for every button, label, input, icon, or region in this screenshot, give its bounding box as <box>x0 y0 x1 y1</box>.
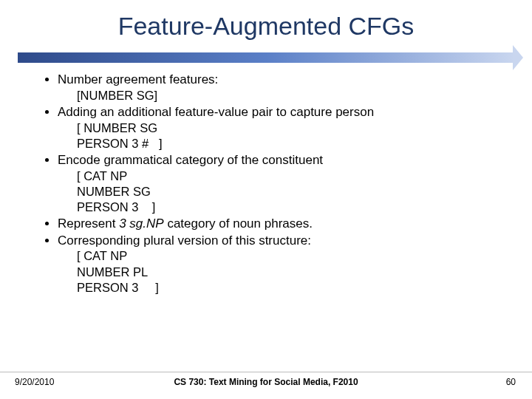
bullet-item: Adding an additional feature-value pair … <box>58 104 502 151</box>
bullet-text: Adding an additional feature-value pair … <box>58 105 374 119</box>
sub-line: [ NUMBER SG <box>77 120 502 136</box>
sub-block: [ CAT NP NUMBER PL PERSON 3 ] <box>58 248 502 295</box>
footer-divider <box>0 372 532 372</box>
sub-block: [NUMBER SG] <box>58 88 502 103</box>
sub-line: NUMBER PL <box>77 265 502 280</box>
sub-line: [NUMBER SG] <box>77 88 502 103</box>
page-title: Feature-Augmented CFGs <box>0 0 532 48</box>
bullet-list: Number agreement features: [NUMBER SG] A… <box>44 72 502 296</box>
bullet-text-post: category of noun phrases. <box>164 216 313 231</box>
sub-line: NUMBER SG <box>77 184 502 200</box>
bullet-item: Encode grammatical category of the const… <box>58 152 502 215</box>
sub-line: [ CAT NP <box>77 248 502 264</box>
bullet-text: Encode grammatical category of the const… <box>58 153 323 167</box>
bullet-item: Number agreement features: [NUMBER SG] <box>58 72 502 103</box>
sub-block: [ NUMBER SG PERSON 3 # ] <box>58 120 502 151</box>
sub-line: PERSON 3 ] <box>77 280 502 296</box>
sub-line: PERSON 3 ] <box>77 200 502 215</box>
bullet-item: Corresponding plural version of this str… <box>58 233 502 296</box>
sub-line: [ CAT NP <box>77 168 502 184</box>
bullet-text: Number agreement features: <box>58 72 218 86</box>
sub-block: [ CAT NP NUMBER SG PERSON 3 ] <box>58 168 502 215</box>
slide: Feature-Augmented CFGs Number agreement … <box>0 0 532 399</box>
content-area: Number agreement features: [NUMBER SG] A… <box>0 69 532 296</box>
bullet-item: Represent 3 sg.NP category of noun phras… <box>58 216 502 232</box>
title-underline-banner <box>18 52 514 63</box>
footer-page: 60 <box>506 377 516 387</box>
footer-course: CS 730: Text Mining for Social Media, F2… <box>0 377 532 387</box>
bullet-text-pre: Represent <box>58 216 119 231</box>
bullet-text: Corresponding plural version of this str… <box>58 233 311 248</box>
sub-line: PERSON 3 # ] <box>77 136 502 151</box>
bullet-text-italic: 3 sg.NP <box>119 216 163 231</box>
